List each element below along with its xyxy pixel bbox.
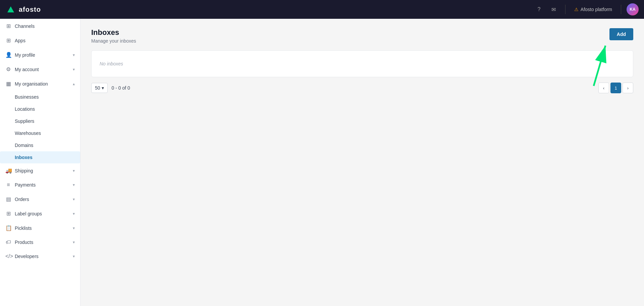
chevron-down-icon-payments: ▾ [73, 183, 75, 187]
apps-icon: ⊞ [5, 37, 11, 44]
avatar[interactable]: KA [627, 3, 639, 15]
orders-icon: ▤ [5, 196, 11, 202]
sidebar-shipping-label: Shipping [15, 168, 33, 173]
pagination-info: 0 - 0 of 0 [112, 85, 130, 91]
chevron-up-icon: ▴ [73, 82, 75, 86]
payments-icon: ≡ [5, 182, 11, 188]
sidebar-products-label: Products [15, 240, 33, 245]
label-groups-icon: ⊞ [5, 210, 11, 217]
pagination-bar: 50 ▾ 0 - 0 of 0 ‹ 1 › [91, 83, 633, 93]
sidebar-item-shipping[interactable]: 🚚 Shipping ▾ [0, 163, 80, 178]
sidebar-subitem-inboxes[interactable]: Inboxes [0, 151, 80, 163]
sidebar-item-apps-label: Apps [15, 38, 25, 43]
sidebar-subitem-warehouses[interactable]: Warehouses [0, 127, 80, 139]
warning-icon: ⚠ [574, 7, 579, 12]
chevron-down-icon-picklists: ▾ [73, 226, 75, 231]
sidebar-item-account-label: My account [15, 67, 39, 72]
topbar: afosto ? ✉ ⚠ Afosto platform KA [0, 0, 644, 19]
chat-button[interactable]: ✉ [548, 3, 560, 15]
help-icon: ? [537, 6, 540, 12]
chevron-down-icon-products: ▾ [73, 240, 75, 245]
sidebar-item-my-profile[interactable]: 👤 My profile ▾ [0, 48, 80, 62]
chevron-down-icon-labels: ▾ [73, 211, 75, 216]
topbar-divider [565, 5, 566, 14]
page-header: Inboxes Manage your inboxes [91, 28, 633, 44]
sidebar-developers-label: Developers [15, 254, 39, 259]
sidebar-item-orders[interactable]: ▤ Orders ▾ [0, 192, 80, 206]
prev-page-button[interactable]: ‹ [598, 83, 609, 93]
picklists-icon: 📋 [5, 225, 11, 231]
content-area: Inboxes Manage your inboxes Add No inbox… [80, 19, 644, 306]
logo-triangle-icon [7, 6, 14, 12]
content-box: No inboxes [91, 50, 633, 77]
page-1-button[interactable]: 1 [610, 83, 621, 93]
platform-button[interactable]: ⚠ Afosto platform [571, 5, 615, 14]
chevron-down-icon-dev: ▾ [73, 254, 75, 259]
sidebar-item-picklists[interactable]: 📋 Picklists ▾ [0, 221, 80, 235]
logo-text: afosto [19, 6, 41, 13]
add-button[interactable]: Add [609, 28, 633, 40]
chevron-down-icon: ▾ [73, 53, 75, 57]
sidebar-businesses-label: Businesses [15, 94, 39, 100]
sidebar-locations-label: Locations [15, 106, 35, 112]
topbar-left: afosto [5, 4, 41, 15]
channels-icon: ⊞ [5, 23, 11, 29]
pagination-controls: ‹ 1 › [598, 83, 633, 93]
profile-icon: 👤 [5, 52, 11, 58]
page-title: Inboxes [91, 28, 633, 37]
help-button[interactable]: ? [533, 3, 545, 15]
chevron-down-icon-per-page: ▾ [102, 85, 104, 91]
sidebar-item-profile-label: My profile [15, 52, 35, 58]
main-layout: ⊞ Channels ⊞ Apps 👤 My profile ▾ ⚙ My ac… [0, 19, 644, 306]
chat-icon: ✉ [551, 6, 556, 13]
logo-icon [5, 4, 16, 15]
sidebar-orders-label: Orders [15, 197, 29, 202]
chevron-down-icon-shipping: ▾ [73, 168, 75, 173]
sidebar-domains-label: Domains [15, 143, 33, 148]
products-icon: 🏷 [5, 239, 11, 245]
developers-icon: </> [5, 253, 11, 259]
sidebar-item-payments[interactable]: ≡ Payments ▾ [0, 178, 80, 192]
chevron-down-icon-orders: ▾ [73, 197, 75, 202]
sidebar-subitem-businesses[interactable]: Businesses [0, 91, 80, 103]
no-items-message: No inboxes [100, 61, 123, 66]
account-icon: ⚙ [5, 66, 11, 72]
sidebar-item-org-label: My organisation [15, 81, 48, 87]
sidebar-subitem-locations[interactable]: Locations [0, 103, 80, 115]
sidebar-warehouses-label: Warehouses [15, 131, 41, 136]
sidebar: ⊞ Channels ⊞ Apps 👤 My profile ▾ ⚙ My ac… [0, 19, 80, 306]
sidebar-subitem-suppliers[interactable]: Suppliers [0, 115, 80, 127]
topbar-right: ? ✉ ⚠ Afosto platform KA [533, 3, 639, 15]
shipping-icon: 🚚 [5, 167, 11, 174]
sidebar-inboxes-label: Inboxes [15, 155, 33, 160]
sidebar-label-groups-label: Label groups [15, 211, 42, 216]
sidebar-suppliers-label: Suppliers [15, 118, 34, 124]
sidebar-item-my-organisation[interactable]: ▦ My organisation ▴ [0, 76, 80, 91]
sidebar-item-developers[interactable]: </> Developers ▾ [0, 249, 80, 263]
chevron-down-icon-account: ▾ [73, 67, 75, 72]
pagination-left: 50 ▾ 0 - 0 of 0 [91, 83, 130, 93]
sidebar-payments-label: Payments [15, 182, 36, 188]
sidebar-picklists-label: Picklists [15, 225, 32, 231]
sidebar-item-products[interactable]: 🏷 Products ▾ [0, 235, 80, 249]
topbar-divider-2 [621, 5, 621, 14]
sidebar-item-channels-label: Channels [15, 23, 35, 29]
per-page-value: 50 [95, 85, 100, 91]
page-subtitle: Manage your inboxes [91, 38, 633, 44]
sidebar-item-channels[interactable]: ⊞ Channels [0, 19, 80, 33]
sidebar-subitem-domains[interactable]: Domains [0, 139, 80, 151]
organisation-icon: ▦ [5, 81, 11, 87]
platform-label: Afosto platform [581, 7, 612, 12]
next-page-button[interactable]: › [623, 83, 633, 93]
sidebar-item-apps[interactable]: ⊞ Apps [0, 33, 80, 48]
sidebar-item-label-groups[interactable]: ⊞ Label groups ▾ [0, 206, 80, 221]
sidebar-item-my-account[interactable]: ⚙ My account ▾ [0, 62, 80, 76]
per-page-select[interactable]: 50 ▾ [91, 83, 108, 93]
